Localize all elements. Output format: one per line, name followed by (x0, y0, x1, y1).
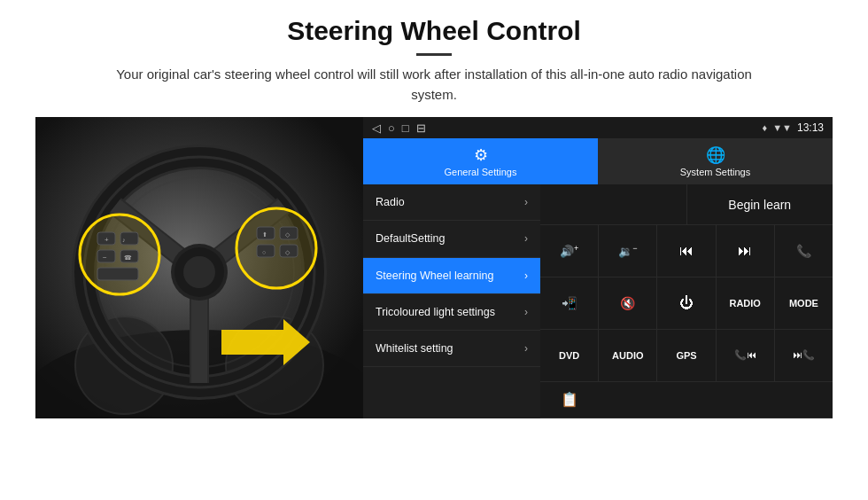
mode-button[interactable]: MODE (775, 277, 833, 329)
page-wrapper: Steering Wheel Control Your original car… (0, 0, 868, 427)
title-divider (416, 53, 452, 56)
phone-prev-button[interactable]: 📞⏮ (717, 330, 775, 381)
answer-icon: 📲 (562, 296, 577, 310)
audio-label: AUDIO (612, 350, 643, 361)
vol-down-icon: 🔉− (618, 244, 637, 258)
ctrl-row-3: DVD AUDIO GPS 📞⏮ ⏭📞 (540, 330, 833, 382)
dvd-button[interactable]: DVD (540, 330, 599, 381)
tricoloured-chevron-icon: › (524, 306, 528, 318)
whitelist-chevron-icon: › (524, 342, 528, 355)
system-settings-label: System Settings (680, 167, 750, 177)
steering-chevron-icon: › (524, 270, 528, 282)
audio-button[interactable]: AUDIO (599, 330, 657, 381)
svg-text:⬆: ⬆ (262, 231, 267, 238)
power-icon: ⏻ (679, 295, 694, 311)
page-title: Steering Wheel Control (35, 16, 833, 46)
svg-text:−: − (103, 254, 107, 262)
home-icon[interactable]: ○ (388, 121, 395, 135)
menu-item-steering[interactable]: Steering Wheel learning › (363, 258, 540, 294)
mode-label: MODE (789, 298, 818, 309)
menu-radio-label: Radio (376, 195, 405, 209)
menu-item-radio[interactable]: Radio › (363, 184, 540, 221)
steering-wheel-image: + ♪ − ☎ ⬆ ◇ ○ ◇ (35, 117, 363, 418)
vol-up-button[interactable]: 🔊+ (540, 225, 599, 277)
recent-icon[interactable]: □ (402, 121, 409, 135)
tab-system-settings[interactable]: 🌐 System Settings (598, 138, 833, 184)
tab-bar: ⚙ General Settings 🌐 System Settings (363, 138, 833, 184)
time-display: 13:13 (797, 121, 824, 134)
menu-item-whitelist[interactable]: Whitelist setting › (363, 331, 540, 367)
status-right: ♦ ▼▼ 13:13 (763, 121, 824, 134)
status-bar: ◁ ○ □ ⊟ ♦ ▼▼ 13:13 (363, 117, 833, 138)
menu-steering-label: Steering Wheel learning (376, 269, 493, 283)
list-button[interactable]: 📋 (540, 382, 599, 418)
svg-point-27 (236, 208, 316, 288)
phone-icon: 📞 (796, 244, 811, 258)
radio-label-button[interactable]: RADIO (717, 277, 775, 329)
radio-chevron-icon: › (524, 196, 528, 208)
begin-learn-button[interactable]: Begin learn (687, 184, 833, 224)
next-combo-icon: ⏭📞 (793, 349, 815, 361)
next-track-icon: ⏭ (738, 243, 752, 259)
general-settings-label: General Settings (445, 167, 517, 177)
content-area: + ♪ − ☎ ⬆ ◇ ○ ◇ (35, 117, 833, 418)
steering-bg: + ♪ − ☎ ⬆ ◇ ○ ◇ (35, 117, 363, 418)
svg-text:○: ○ (262, 249, 266, 255)
ctrl-row-1: 🔊+ 🔉− ⏮ ⏭ 📞 (540, 225, 833, 277)
menu-tricoloured-label: Tricoloured light settings (376, 305, 495, 319)
signal-icon: ▼▼ (772, 122, 792, 133)
svg-text:☎: ☎ (124, 254, 132, 261)
vol-down-button[interactable]: 🔉− (599, 225, 657, 277)
general-settings-icon: ⚙ (474, 145, 488, 165)
dvd-label: DVD (559, 350, 579, 361)
radio-label: RADIO (729, 298, 760, 309)
svg-rect-22 (97, 268, 138, 280)
menu-item-default[interactable]: DefaultSetting › (363, 221, 540, 257)
menu-list: Radio › DefaultSetting › Steering Wheel … (363, 184, 540, 418)
next-track-button[interactable]: ⏭ (717, 225, 775, 277)
radio-begin-row: Begin learn (540, 184, 833, 225)
status-left: ◁ ○ □ ⊟ (372, 121, 426, 135)
radio-empty-area (540, 184, 687, 224)
prev-track-icon: ⏮ (679, 243, 694, 259)
answer-button[interactable]: 📲 (540, 277, 599, 329)
title-section: Steering Wheel Control Your original car… (35, 16, 833, 105)
vol-up-icon: 🔊+ (560, 244, 578, 258)
svg-point-17 (80, 215, 159, 294)
default-chevron-icon: › (524, 232, 528, 245)
ctrl-row-2: 📲 🔇 ⏻ RADIO MODE (540, 277, 833, 330)
svg-point-16 (183, 256, 215, 288)
svg-text:♪: ♪ (122, 237, 126, 243)
prev-track-button[interactable]: ⏮ (657, 225, 716, 277)
next-combo-button[interactable]: ⏭📞 (775, 330, 833, 381)
power-button[interactable]: ⏻ (657, 277, 716, 329)
subtitle: Your original car's steering wheel contr… (102, 65, 766, 105)
gps-button[interactable]: GPS (657, 330, 716, 381)
mute-icon: 🔇 (620, 296, 635, 310)
head-unit: ◁ ○ □ ⊟ ♦ ▼▼ 13:13 ⚙ General Settings (363, 117, 833, 418)
menu-icon[interactable]: ⊟ (416, 121, 426, 135)
phone-button[interactable]: 📞 (775, 225, 833, 277)
back-icon[interactable]: ◁ (372, 121, 381, 135)
location-icon: ♦ (763, 122, 768, 133)
menu-item-tricoloured[interactable]: Tricoloured light settings › (363, 294, 540, 331)
menu-content: Radio › DefaultSetting › Steering Wheel … (363, 184, 833, 418)
ctrl-row-4: 📋 (540, 382, 833, 418)
control-panel: Begin learn 🔊+ 🔉− ⏮ (540, 184, 833, 418)
svg-text:+: + (105, 236, 109, 244)
phone-prev-icon: 📞⏮ (734, 349, 756, 361)
menu-whitelist-label: Whitelist setting (376, 341, 453, 355)
mute-button[interactable]: 🔇 (599, 277, 657, 329)
gps-label: GPS (676, 350, 696, 361)
menu-default-label: DefaultSetting (376, 231, 446, 246)
system-settings-icon: 🌐 (706, 145, 725, 165)
tab-general-settings[interactable]: ⚙ General Settings (363, 138, 598, 184)
list-icon: 📋 (561, 391, 578, 408)
